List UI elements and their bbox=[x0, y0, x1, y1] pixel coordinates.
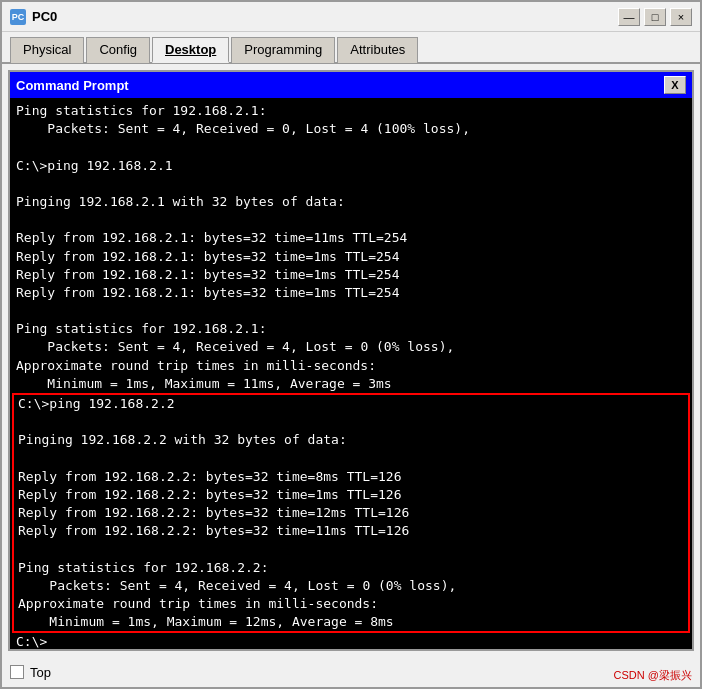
tab-bar: Physical Config Desktop Programming Attr… bbox=[2, 32, 700, 64]
terminal-text-pre: Ping statistics for 192.168.2.1: Packets… bbox=[16, 102, 686, 393]
window-title: PC0 bbox=[32, 9, 618, 24]
maximize-button[interactable]: □ bbox=[644, 8, 666, 26]
watermark: CSDN @梁振兴 bbox=[614, 668, 692, 683]
tab-config[interactable]: Config bbox=[86, 37, 150, 63]
main-window: PC PC0 — □ × Physical Config Desktop Pro… bbox=[0, 0, 702, 689]
minimize-button[interactable]: — bbox=[618, 8, 640, 26]
title-bar: PC PC0 — □ × bbox=[2, 2, 700, 32]
window-controls: — □ × bbox=[618, 8, 692, 26]
tab-desktop[interactable]: Desktop bbox=[152, 37, 229, 63]
close-button[interactable]: × bbox=[670, 8, 692, 26]
tab-attributes[interactable]: Attributes bbox=[337, 37, 418, 63]
tab-programming[interactable]: Programming bbox=[231, 37, 335, 63]
window-icon: PC bbox=[10, 9, 26, 25]
highlighted-text: C:\>ping 192.168.2.2 Pinging 192.168.2.2… bbox=[18, 395, 684, 631]
tab-physical[interactable]: Physical bbox=[10, 37, 84, 63]
cmd-title: Command Prompt bbox=[16, 78, 129, 93]
cmd-close-button[interactable]: X bbox=[664, 76, 686, 94]
content-area: Command Prompt X Ping statistics for 192… bbox=[2, 64, 700, 657]
cmd-window: Command Prompt X Ping statistics for 192… bbox=[8, 70, 694, 651]
bottom-bar: Top CSDN @梁振兴 bbox=[2, 657, 700, 687]
cmd-title-bar: Command Prompt X bbox=[10, 72, 692, 98]
top-checkbox[interactable] bbox=[10, 665, 24, 679]
top-label: Top bbox=[30, 665, 51, 680]
terminal-prompt: C:\> bbox=[16, 633, 686, 649]
cmd-body[interactable]: Ping statistics for 192.168.2.1: Packets… bbox=[10, 98, 692, 649]
highlighted-ping-block: C:\>ping 192.168.2.2 Pinging 192.168.2.2… bbox=[12, 393, 690, 633]
